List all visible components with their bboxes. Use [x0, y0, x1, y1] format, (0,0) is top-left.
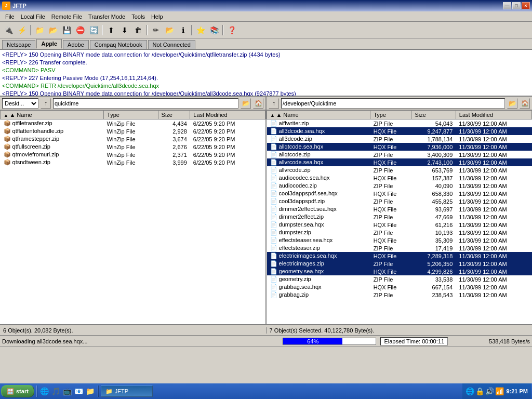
file-name: 📄 allvrcode.zip: [267, 166, 370, 174]
file-size: 9,247,877: [411, 127, 456, 135]
table-row[interactable]: 📄 allqtcode.zip ZIP File 3,400,309 11/30…: [267, 151, 532, 158]
file-type: HQX File: [370, 158, 411, 166]
toolbar-btn-upload[interactable]: ⬆: [105, 24, 117, 36]
tab-apple[interactable]: Apple: [36, 39, 62, 49]
table-row[interactable]: 📦 qtsndtween.zip WinZip File 3,999 6/22/…: [1, 158, 265, 166]
app3-icon[interactable]: 📺: [62, 386, 73, 396]
toolbar-btn-refresh[interactable]: 🔄: [87, 24, 100, 36]
menu-help[interactable]: Help: [148, 12, 166, 21]
right-nav-up[interactable]: ↑: [269, 98, 279, 109]
tray-volume-icon[interactable]: 🔊: [485, 387, 494, 395]
table-row[interactable]: 📄 grabbag.zip ZIP File 238,543 11/30/99 …: [267, 291, 532, 299]
toolbar-btn-info[interactable]: ℹ: [177, 24, 189, 36]
log-line: <REPLY> 227 Entering Passive Mode (17,25…: [2, 74, 530, 82]
toolbar-btn-rename[interactable]: ✏: [150, 24, 162, 36]
table-row[interactable]: 📄 cool3dappspdf.zip ZIP File 455,825 11/…: [267, 197, 532, 205]
toolbar-btn-connect[interactable]: 🔌: [2, 24, 15, 36]
left-nav-home[interactable]: 🏠: [253, 98, 263, 109]
menu-transfer-mode[interactable]: Transfer Mode: [85, 12, 128, 21]
table-row[interactable]: 📄 allqtcode.sea.hqx HQX File 7,936,000 1…: [267, 143, 532, 151]
table-row[interactable]: 📄 allvrcode.sea.hqx HQX File 2,743,100 1…: [267, 158, 532, 166]
table-row[interactable]: 📄 audiocodec.sea.hqx HQX File 157,387 11…: [267, 174, 532, 182]
file-size: 61,216: [411, 221, 456, 229]
right-path-input[interactable]: [281, 98, 505, 109]
right-col-name[interactable]: ▲ Name: [267, 111, 370, 119]
app5-icon[interactable]: 📁: [85, 386, 96, 396]
ie-icon[interactable]: 🌐: [39, 386, 50, 396]
file-modified: 11/30/99 12:00 AM: [456, 119, 531, 128]
file-type: HQX File: [370, 268, 411, 275]
table-row[interactable]: 📄 all3dcode.zip ZIP File 1,788,134 11/30…: [267, 135, 532, 143]
toolbar-btn-new-folder[interactable]: 📁: [33, 24, 46, 36]
tab-adobe[interactable]: Adobe: [63, 40, 89, 49]
table-row[interactable]: 📄 cool3dappspdf.sea.hqx HQX File 658,330…: [267, 190, 532, 197]
table-row[interactable]: 📦 qtframestepper.zip WinZip File 3,674 6…: [1, 135, 265, 143]
toolbar-btn-delete[interactable]: 🗑: [132, 24, 144, 36]
left-col-name[interactable]: ▲ Name: [1, 111, 104, 119]
table-row[interactable]: 📦 qtmoviefromurl.zip WinZip File 2,371 6…: [1, 151, 265, 158]
toolbar-btn-help[interactable]: ❓: [225, 24, 238, 36]
toolbar-btn-mkdir[interactable]: 📂: [163, 24, 176, 36]
menu-remote-file[interactable]: Remote File: [48, 12, 85, 21]
file-type: ZIP File: [370, 151, 411, 158]
table-row[interactable]: 📦 qtfullscreen.zip WinZip File 2,676 6/2…: [1, 143, 265, 151]
toolbar-btn-bookmark-add[interactable]: ⭐: [194, 24, 207, 36]
toolbar-btn-stop[interactable]: ⛔: [74, 24, 86, 36]
table-row[interactable]: 📄 dimmer2effect.zip ZIP File 47,669 11/3…: [267, 213, 532, 221]
menu-file[interactable]: File: [2, 12, 18, 21]
left-path-input[interactable]: [53, 98, 238, 109]
table-row[interactable]: 📄 electricimages.zip ZIP File 5,206,350 …: [267, 260, 532, 268]
transfer-filename: Downloading all3dcode.sea.hqx...: [2, 338, 278, 344]
table-row[interactable]: 📄 dumpster.sea.hqx HQX File 61,216 11/30…: [267, 221, 532, 229]
toolbar-btn-bookmarks[interactable]: 📚: [208, 24, 220, 36]
table-row[interactable]: 📄 electricimages.sea.hqx HQX File 7,289,…: [267, 252, 532, 260]
media-icon[interactable]: 🎵: [51, 386, 61, 396]
table-row[interactable]: 📦 qtfiletransfer.zip WinZip File 4,434 6…: [1, 119, 265, 128]
left-drive-select[interactable]: Deskt...: [2, 98, 38, 109]
table-row[interactable]: 📄 dimmer2effect.sea.hqx HQX File 93,697 …: [267, 205, 532, 213]
window-controls[interactable]: — □ ×: [503, 2, 530, 9]
table-row[interactable]: 📄 dumpster.zip ZIP File 10,193 11/30/99 …: [267, 229, 532, 236]
left-col-size[interactable]: Size: [158, 111, 190, 119]
tab-netscape[interactable]: Netscape: [2, 40, 35, 49]
table-row[interactable]: 📄 geometry.zip ZIP File 33,538 11/30/99 …: [267, 275, 532, 283]
toolbar-btn-disconnect[interactable]: ⚡: [16, 24, 28, 36]
close-button[interactable]: ×: [522, 2, 530, 9]
table-row[interactable]: 📄 audiocodec.zip ZIP File 40,090 11/30/9…: [267, 182, 532, 190]
menu-local-file[interactable]: Local File: [18, 12, 48, 21]
app4-icon[interactable]: 📧: [74, 386, 84, 396]
right-col-type[interactable]: Type: [370, 111, 411, 119]
table-row[interactable]: 📄 effectsteaser.sea.hqx HQX File 35,309 …: [267, 236, 532, 244]
tray-wifi-icon[interactable]: 📶: [495, 387, 504, 395]
taskbar-task-jftp[interactable]: 📁 JFTP: [101, 385, 153, 397]
right-col-size[interactable]: Size: [411, 111, 456, 119]
start-button[interactable]: 🪟 start: [1, 385, 34, 397]
table-row[interactable]: 📄 all3dcode.sea.hqx HQX File 9,247,877 1…: [267, 127, 532, 135]
table-row[interactable]: 📦 qtflattentohandle.zip WinZip File 2,92…: [1, 127, 265, 135]
tray-network-icon[interactable]: 🌐: [466, 387, 474, 395]
right-nav-folder[interactable]: 📂: [507, 98, 517, 109]
toolbar-btn-download[interactable]: ⬇: [118, 24, 131, 36]
left-col-modified[interactable]: Last Modified: [190, 111, 265, 119]
table-row[interactable]: 📄 allvrcode.zip ZIP File 653,769 11/30/9…: [267, 166, 532, 174]
left-nav-folder[interactable]: 📂: [241, 98, 251, 109]
right-col-modified[interactable]: Last Modified: [456, 111, 531, 119]
tab-compaq[interactable]: Compaq Notebook: [90, 40, 147, 49]
table-row[interactable]: 📄 effectsteaser.zip ZIP File 17,419 11/3…: [267, 244, 532, 252]
table-row[interactable]: 📄 geometry.sea.hqx HQX File 4,299,826 11…: [267, 268, 532, 275]
menu-tools[interactable]: Tools: [128, 12, 148, 21]
toolbar-btn-open[interactable]: 📂: [47, 24, 59, 36]
tab-not-connected[interactable]: Not Connected: [148, 40, 195, 49]
maximize-button[interactable]: □: [512, 2, 521, 9]
left-col-type[interactable]: Type: [104, 111, 158, 119]
right-status: 7 Object(s) Selected. 40,122,780 Byte(s)…: [267, 327, 533, 334]
left-nav-up[interactable]: ↑: [41, 98, 51, 109]
file-icon: 📄: [270, 221, 277, 228]
table-row[interactable]: 📄 aiffwriter.zip ZIP File 54,043 11/30/9…: [267, 119, 532, 128]
table-row[interactable]: 📄 grabbag.sea.hqx HQX File 667,154 11/30…: [267, 283, 532, 291]
progress-bar: 64%: [283, 338, 376, 345]
toolbar-btn-save[interactable]: 💾: [60, 24, 73, 36]
tray-security-icon[interactable]: 🔒: [475, 387, 484, 395]
right-nav-home[interactable]: 🏠: [520, 98, 530, 109]
minimize-button[interactable]: —: [503, 2, 511, 9]
